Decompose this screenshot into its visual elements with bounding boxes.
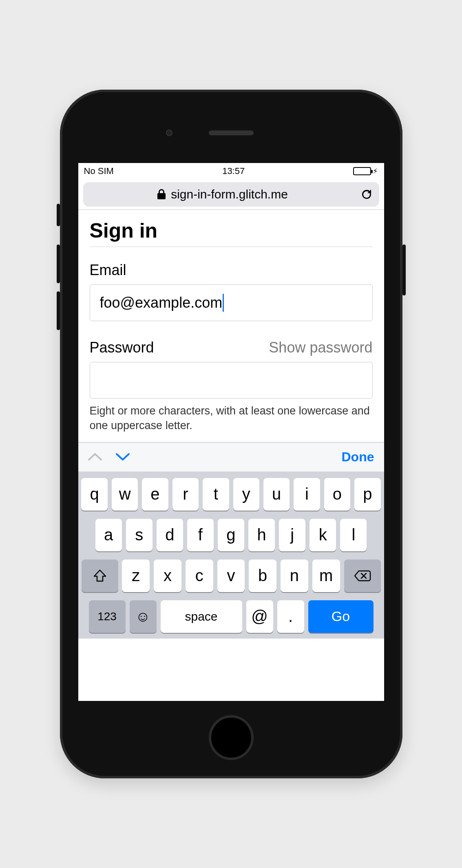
shift-key[interactable]: [82, 560, 118, 592]
email-value: foo@example.com: [100, 294, 223, 311]
reload-icon[interactable]: [360, 188, 373, 200]
lock-icon: [157, 189, 166, 200]
key-a[interactable]: a: [95, 519, 122, 551]
prev-field-chevron-icon: [88, 452, 102, 461]
key-w[interactable]: w: [112, 478, 138, 511]
volume-up-button: [57, 245, 60, 283]
carrier-label: No SIM: [84, 166, 114, 176]
key-m[interactable]: m: [312, 560, 340, 592]
key-y[interactable]: y: [233, 478, 259, 511]
key-x[interactable]: x: [154, 560, 181, 592]
keyboard-accessory-bar: Done: [78, 442, 384, 471]
keyboard-done-button[interactable]: Done: [342, 449, 374, 465]
next-field-chevron-icon[interactable]: [116, 452, 130, 461]
address-bar[interactable]: sign-in-form.glitch.me: [83, 182, 379, 207]
battery-indicator: ⚡︎: [353, 167, 378, 176]
key-k[interactable]: k: [309, 519, 336, 551]
screen: No SIM 13:57 ⚡︎ sign-in-form.glitch.me: [78, 163, 384, 701]
numeric-mode-key[interactable]: 123: [89, 600, 126, 633]
key-q[interactable]: q: [81, 478, 107, 511]
browser-toolbar: sign-in-form.glitch.me: [78, 179, 384, 210]
email-label: Email: [90, 262, 373, 279]
password-field[interactable]: [90, 362, 373, 399]
key-u[interactable]: u: [263, 478, 290, 511]
dot-key[interactable]: .: [277, 600, 304, 633]
backspace-icon: [354, 570, 371, 582]
clock: 13:57: [222, 166, 245, 176]
go-key[interactable]: Go: [308, 600, 374, 633]
emoji-icon: ☺: [135, 608, 150, 625]
key-r[interactable]: r: [172, 478, 199, 511]
key-d[interactable]: d: [157, 519, 183, 551]
home-button[interactable]: [209, 715, 254, 760]
key-c[interactable]: c: [186, 560, 213, 592]
text-caret: [223, 294, 224, 312]
key-b[interactable]: b: [249, 560, 276, 592]
show-password-toggle[interactable]: Show password: [269, 339, 372, 356]
email-field[interactable]: foo@example.com: [90, 284, 373, 321]
url-text: sign-in-form.glitch.me: [171, 187, 288, 201]
key-l[interactable]: l: [340, 519, 367, 551]
page-title: Sign in: [90, 219, 373, 247]
key-f[interactable]: f: [187, 519, 214, 551]
battery-icon: [353, 167, 371, 175]
key-v[interactable]: v: [217, 560, 245, 592]
key-t[interactable]: t: [203, 478, 229, 511]
power-button: [402, 245, 406, 295]
charging-icon: ⚡︎: [373, 167, 378, 176]
phone-speaker: [209, 130, 254, 135]
key-h[interactable]: h: [248, 519, 275, 551]
silence-switch: [57, 204, 60, 226]
key-o[interactable]: o: [324, 478, 350, 511]
volume-down-button: [57, 291, 60, 330]
phone-camera: [166, 130, 172, 136]
key-s[interactable]: s: [126, 519, 153, 551]
key-i[interactable]: i: [294, 478, 320, 511]
password-label: Password: [90, 339, 154, 356]
page-content: Sign in Email foo@example.com Password S…: [78, 210, 384, 433]
at-key[interactable]: @: [246, 600, 273, 633]
on-screen-keyboard: qwertyuiop asdfghjkl zxcvbnm 123 ☺: [78, 471, 384, 639]
key-p[interactable]: p: [354, 478, 380, 511]
backspace-key[interactable]: [344, 560, 381, 592]
key-g[interactable]: g: [218, 519, 244, 551]
password-helper-text: Eight or more characters, with at least …: [90, 403, 373, 433]
key-z[interactable]: z: [122, 560, 150, 592]
space-key[interactable]: space: [161, 600, 242, 633]
emoji-key[interactable]: ☺: [130, 600, 157, 633]
phone-frame: No SIM 13:57 ⚡︎ sign-in-form.glitch.me: [60, 90, 402, 778]
key-j[interactable]: j: [279, 519, 305, 551]
shift-icon: [93, 569, 107, 583]
key-n[interactable]: n: [281, 560, 308, 592]
status-bar: No SIM 13:57 ⚡︎: [78, 163, 384, 179]
key-e[interactable]: e: [142, 478, 168, 511]
